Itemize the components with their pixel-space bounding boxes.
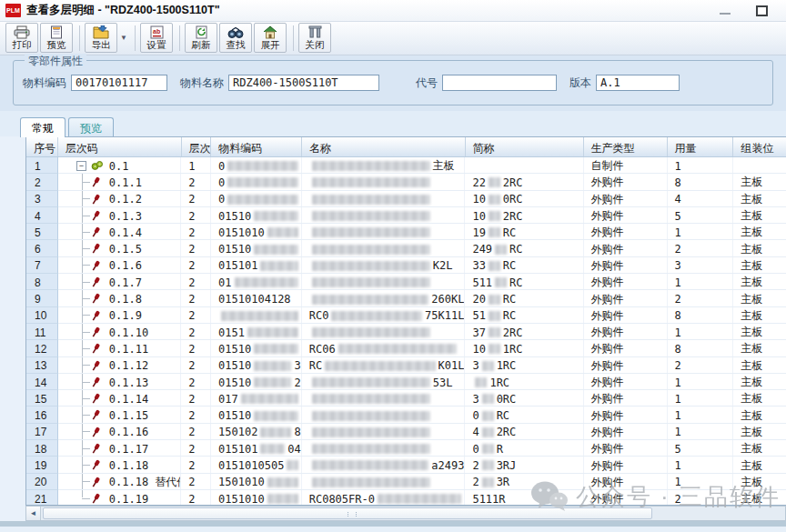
table-row[interactable]: 180.1.172015101040R外购件5主板 <box>26 440 786 457</box>
table-row[interactable]: 160.1.152015100RC外购件1主板 <box>26 407 786 423</box>
part-pin-icon <box>91 376 101 389</box>
redacted-text <box>254 361 291 371</box>
assembly-pos-cell: 主板 <box>733 490 786 506</box>
table-row[interactable]: 190.1.1820151010505a249323RJ外购件1主板 <box>26 457 786 473</box>
material-code-cell: 0151010 <box>211 224 302 239</box>
material-code-cell: 01510104 <box>211 440 302 456</box>
designation-field[interactable] <box>442 75 557 91</box>
toolbar-button-expand[interactable]: 展开 <box>254 23 287 53</box>
table-row[interactable]: 30.1.220100RC外购件4主板 <box>26 191 786 207</box>
table-header-col-material-code[interactable]: 物料编码 <box>211 137 302 156</box>
material-code-cell: 01510104128 <box>211 290 302 306</box>
cell-text: RC <box>497 409 509 422</box>
table-header-col-prod-type[interactable]: 生产类型 <box>584 137 668 156</box>
tree-collapse-toggle[interactable]: − <box>76 161 86 171</box>
toolbar-button-close[interactable]: 关闭 <box>298 23 331 53</box>
abbr-cell: 20RC <box>465 290 583 306</box>
table-row[interactable]: 200.1.18 替代件12150101023R外购件1主板 <box>26 474 786 490</box>
horizontal-scrollbar[interactable]: ◄ <box>25 506 786 521</box>
table-row[interactable]: 40.1.3201510102RC外购件5主板 <box>26 207 786 224</box>
table-row[interactable]: 100.1.92RC075K11L51RC外购件8主板 <box>26 307 786 324</box>
export-dropdown-arrow-icon[interactable]: ▼ <box>119 23 128 53</box>
table-row[interactable]: 110.1.1020151372RC外购件1主板 <box>26 324 786 340</box>
assembly-pos-cell: 主板 <box>733 274 786 289</box>
material-code-cell: 1501028 <box>211 424 302 439</box>
part-pin-icon <box>91 243 101 256</box>
tab-preview[interactable]: 预览 <box>68 117 114 136</box>
redacted-text <box>312 211 430 221</box>
cell-text: 2 <box>294 376 300 389</box>
prod-type-cell: 外购件 <box>584 357 668 373</box>
table-row[interactable]: 150.1.14201730RC外购件1主板 <box>26 390 786 407</box>
table-header-col-level-code[interactable]: 层次码 <box>58 137 182 156</box>
level-code-cell: 0.1.16 <box>58 424 181 439</box>
cell-text: 0 <box>218 176 225 189</box>
table-header-col-no[interactable]: 序号 <box>26 137 58 156</box>
table-row[interactable]: 140.1.13201510253L1RC外购件1主板 <box>26 374 786 390</box>
assembly-pos-cell: 主板 <box>733 474 786 489</box>
row-number: 6 <box>26 240 58 256</box>
table-row[interactable]: 70.1.62015101K2L33RC外购件3主板 <box>26 257 786 274</box>
material-name-field[interactable]: RDZ400-1500S110T <box>228 75 379 91</box>
toolbar-button-settings[interactable]: ab设置 <box>140 23 173 53</box>
table-row[interactable]: 50.1.42015101019RC外购件1主板 <box>26 224 786 240</box>
table-row[interactable]: 130.1.122015103RCK01L31RC外购件2主板 <box>26 357 786 374</box>
table-row[interactable]: 60.1.5201510249RC外购件2主板 <box>26 240 786 256</box>
table-header-col-level[interactable]: 层次 <box>182 137 212 156</box>
redacted-text <box>267 477 298 487</box>
table-row[interactable]: 170.1.162150102842RC外购件1主板 <box>26 424 786 440</box>
table-header-col-qty[interactable]: 用量 <box>668 137 734 156</box>
table-header-col-name[interactable]: 名称 <box>302 137 466 156</box>
table-row[interactable]: 20.1.120222RC外购件8主板 <box>26 174 786 190</box>
redacted-text <box>260 444 285 454</box>
assembly-pos-cell: 主板 <box>733 440 786 456</box>
table-row[interactable]: 90.1.8201510104128260KL20RC外购件2主板 <box>26 290 786 306</box>
toolbar-button-label: 展开 <box>261 40 280 50</box>
toolbar-button-label: 查找 <box>227 40 246 50</box>
name-cell: a2493 <box>302 457 466 472</box>
material-code-field[interactable]: 00170101117 <box>71 75 167 91</box>
toolbar-separator <box>179 25 180 51</box>
tree-branch-line <box>82 348 90 349</box>
redacted-text <box>312 295 429 305</box>
table-row[interactable]: 1−0.110主板自制件1 <box>26 157 786 174</box>
toolbar-button-export[interactable]: 导出 <box>85 23 117 53</box>
assembly-pos-cell: 主板 <box>733 207 786 223</box>
minimize-button[interactable] <box>720 13 731 15</box>
tab-strip: 常规 预览 <box>0 111 786 136</box>
redacted-text <box>312 427 430 437</box>
tree-branch-line <box>82 182 90 183</box>
toolbar-button-printer[interactable]: 打印 <box>5 23 38 53</box>
toolbar-button-refresh[interactable]: 刷新 <box>185 23 217 53</box>
level-code-cell: 0.1.3 <box>58 207 181 223</box>
table-row[interactable]: 120.1.11201510RC06101RC外购件8主板 <box>26 340 786 356</box>
material-code-label: 物料编码 <box>23 75 66 91</box>
toolbar-button-find[interactable]: 查找 <box>219 23 252 53</box>
row-number: 3 <box>26 191 58 207</box>
redacted-text <box>312 411 430 421</box>
name-cell <box>302 407 466 422</box>
table-header-col-assembly-pos[interactable]: 组装位 <box>733 137 786 156</box>
table-row[interactable]: 80.1.7201511RC外购件1主板 <box>26 274 786 290</box>
redacted-text <box>267 227 298 237</box>
level-cell: 2 <box>181 474 211 489</box>
maximize-button[interactable] <box>756 5 768 16</box>
part-pin-icon <box>91 477 101 489</box>
prod-type-cell: 外购件 <box>584 407 668 422</box>
version-field[interactable]: A.1 <box>596 75 680 91</box>
scroll-left-arrow-icon[interactable]: ◄ <box>26 507 41 520</box>
printer-icon <box>14 25 30 40</box>
toolbar-button-preview[interactable]: 预览 <box>40 23 73 53</box>
tab-general[interactable]: 常规 <box>20 117 66 137</box>
export-icon <box>93 25 109 40</box>
table-row[interactable]: 210.1.1920151010RC0805FR-05111R外购件2主板 <box>26 490 786 506</box>
table-header-col-abbr[interactable]: 简称 <box>466 137 584 156</box>
name-cell <box>302 174 466 189</box>
name-cell <box>302 390 466 406</box>
scrollbar-thumb[interactable] <box>43 507 652 519</box>
tree-branch-line <box>82 216 90 216</box>
name-cell: 260KL <box>302 290 466 306</box>
assembly-pos-cell: 主板 <box>733 174 786 189</box>
abbr-cell <box>465 157 583 173</box>
cell-text: 主板 <box>433 158 455 173</box>
